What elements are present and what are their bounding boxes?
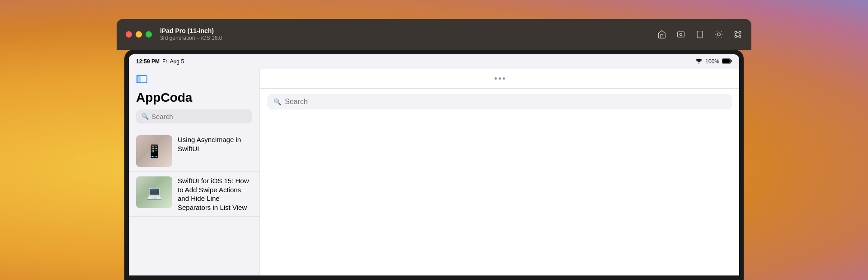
svg-line-10	[716, 37, 717, 37]
svg-point-3	[717, 33, 721, 36]
main-content: 🔍	[260, 69, 739, 275]
article-item-1[interactable]: 📱 Using AsyncImage in SwiftUI	[129, 131, 259, 172]
titlebar: iPad Pro (11-inch) 3rd generation – iOS …	[117, 19, 751, 50]
traffic-lights	[126, 31, 152, 38]
ipad-screen: 12:59 PM Fri Aug 5 100%	[129, 54, 739, 275]
minimize-button[interactable]	[136, 31, 142, 38]
svg-rect-22	[731, 60, 732, 62]
article-thumb-image-1: 📱	[136, 135, 172, 167]
home-icon[interactable]	[657, 30, 666, 39]
article-item-2[interactable]: 💻 SwiftUI for iOS 15: How to Add Swipe A…	[129, 172, 259, 217]
article-list: 📱 Using AsyncImage in SwiftUI 💻 SwiftUI …	[129, 127, 259, 275]
brightness-icon[interactable]	[714, 30, 723, 39]
article-title-2: SwiftUI for iOS 15: How to Add Swipe Act…	[178, 176, 252, 212]
titlebar-subtitle: 3rd generation – iOS 16.0	[160, 35, 222, 42]
svg-rect-14	[735, 36, 736, 38]
svg-rect-0	[678, 32, 684, 37]
svg-rect-25	[137, 76, 141, 83]
svg-rect-13	[739, 31, 741, 33]
status-date: Fri Aug 5	[162, 58, 184, 65]
maximize-button[interactable]	[146, 31, 152, 38]
command-icon[interactable]	[733, 30, 742, 39]
close-button[interactable]	[126, 31, 132, 38]
main-body	[260, 115, 739, 275]
status-bar: 12:59 PM Fri Aug 5 100%	[129, 54, 739, 69]
article-thumb-1: 📱	[136, 135, 172, 167]
main-search-bar[interactable]: 🔍	[267, 94, 732, 109]
svg-rect-2	[697, 31, 703, 38]
svg-rect-23	[722, 59, 730, 63]
svg-point-20	[698, 62, 699, 63]
sidebar-title: AppCoda	[136, 90, 252, 105]
svg-rect-12	[735, 31, 736, 33]
toolbar-dot-2	[499, 77, 501, 80]
main-toolbar	[260, 69, 739, 89]
sidebar-header: AppCoda 🔍	[129, 69, 259, 127]
sidebar-toggle[interactable]	[136, 74, 252, 87]
main-search-icon: 🔍	[274, 98, 281, 105]
toolbar-dot-3	[503, 77, 505, 80]
rotate-icon[interactable]	[695, 30, 704, 39]
svg-line-11	[721, 32, 722, 32]
article-thumb-2: 💻	[136, 176, 172, 208]
sidebar-search-bar[interactable]: 🔍	[136, 109, 252, 123]
article-title-1: Using AsyncImage in SwiftUI	[178, 135, 252, 153]
screenshot-icon[interactable]	[676, 30, 685, 39]
sidebar-search-input[interactable]	[151, 113, 247, 120]
svg-line-6	[716, 32, 717, 32]
toolbar-dots	[495, 77, 505, 80]
svg-line-7	[721, 37, 722, 37]
ipad-frame: 12:59 PM Fri Aug 5 100%	[124, 50, 744, 280]
titlebar-icons	[657, 30, 742, 39]
status-right: 100%	[695, 58, 732, 65]
battery-percent: 100%	[705, 58, 719, 65]
sidebar-search-icon: 🔍	[142, 113, 149, 120]
battery-icon	[722, 58, 732, 65]
status-time: 12:59 PM	[136, 58, 160, 65]
wifi-icon	[695, 58, 703, 65]
svg-point-1	[680, 33, 682, 36]
titlebar-title: iPad Pro (11-inch)	[160, 27, 222, 35]
app-content: AppCoda 🔍 📱 Using AsyncImage in SwiftUI	[129, 69, 739, 275]
sidebar: AppCoda 🔍 📱 Using AsyncImage in SwiftUI	[129, 69, 260, 275]
titlebar-info: iPad Pro (11-inch) 3rd generation – iOS …	[160, 27, 222, 42]
main-search-input[interactable]	[285, 98, 726, 106]
toolbar-dot-1	[495, 77, 497, 80]
article-thumb-image-2: 💻	[136, 176, 172, 208]
svg-rect-15	[739, 36, 741, 38]
